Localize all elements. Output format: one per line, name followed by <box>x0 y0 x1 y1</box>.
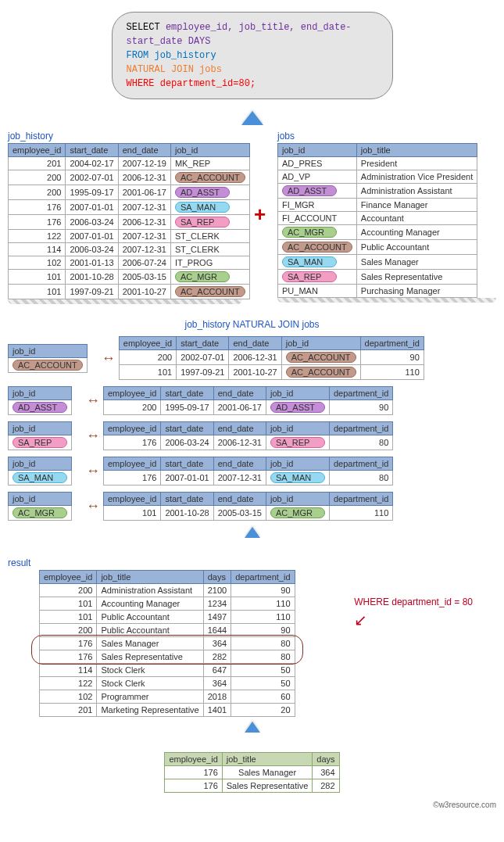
col-header: job_id <box>281 337 360 350</box>
table-cell: 114 <box>40 664 97 677</box>
table-cell: 2007-12-31 <box>213 471 266 485</box>
join-detail-table: employee_idstart_dateend_datejob_iddepar… <box>119 336 424 380</box>
table-cell: 50 <box>231 664 295 677</box>
table-cell: 90 <box>329 400 392 415</box>
table-row: 176Sales Representative28280 <box>40 650 295 664</box>
table-row: 1762007-01-012007-12-31SA_MAN80 <box>104 471 393 485</box>
table-cell: AD_ASST <box>9 400 72 415</box>
col-header: employee_id <box>165 753 222 766</box>
table-cell: 114 <box>9 243 66 256</box>
join-group-row: job_id SA_MAN↔employee_idstart_dateend_d… <box>8 457 496 485</box>
table-cell: SA_REP <box>170 215 249 230</box>
join-group-row: job_id AD_ASST↔employee_idstart_dateend_… <box>8 386 496 415</box>
table-cell: 2001-01-13 <box>66 256 118 270</box>
table-row: FI_ACCOUNTAccountant <box>278 212 477 225</box>
jobs-label: jobs <box>277 131 496 142</box>
table-cell: Purchasing Manager <box>356 285 477 298</box>
sql-from: FROM job_history <box>127 48 378 63</box>
join-group-row: job_id SA_REP↔employee_idstart_dateend_d… <box>8 421 496 450</box>
col-header: department_id <box>231 571 295 584</box>
join-detail-table: employee_idstart_dateend_datejob_iddepar… <box>103 492 393 521</box>
double-arrow-icon: ↔ <box>102 350 113 367</box>
table-row: SA_REP <box>9 435 72 450</box>
table-cell: Sales Manager <box>356 255 477 270</box>
table-cell: 101 <box>104 506 161 521</box>
col-header: start_date <box>161 457 213 471</box>
table-cell: 647 <box>203 664 231 677</box>
table-row: 2001995-09-172001-06-17AD_ASST <box>9 185 250 200</box>
double-arrow-icon: ↔ <box>86 498 97 514</box>
final-result-table: employee_idjob_titledays176Sales Manager… <box>164 752 339 793</box>
sql-where: WHERE department_id=80; <box>127 77 378 91</box>
table-cell: 2006-03-24 <box>66 243 118 256</box>
table-row: 101Public Accountant1497110 <box>40 611 295 624</box>
col-header: job_title <box>356 144 477 157</box>
table-cell: 176 <box>104 435 161 450</box>
table-cell: Public Accountant <box>97 611 203 624</box>
col-header: job_id <box>266 493 329 506</box>
table-cell: 50 <box>231 677 295 690</box>
table-cell: Sales Representative <box>222 779 313 793</box>
table-cell: Accounting Manager <box>97 597 203 611</box>
table-cell: 2001-10-27 <box>229 365 281 380</box>
col-header: days <box>203 571 231 584</box>
table-cell: Stock Clerk <box>97 664 203 677</box>
table-cell: 200 <box>119 350 176 365</box>
table-cell: 1234 <box>203 597 231 611</box>
table-cell: Public Accountant <box>356 240 477 255</box>
join-title: job_history NATURAL JOIN jobs <box>8 319 496 330</box>
table-cell: 200 <box>104 400 161 415</box>
job-history-label: job_history <box>8 131 242 142</box>
job-history-table: employee_idstart_dateend_datejob_id20120… <box>8 143 250 299</box>
table-cell: 176 <box>9 215 66 230</box>
table-cell: FI_ACCOUNT <box>278 212 357 225</box>
table-row: AD_ASSTAdministration Assistant <box>278 184 477 199</box>
col-header: job_id <box>9 493 72 506</box>
table-cell: AC_ACCOUNT <box>281 350 360 365</box>
sql-select-kw: SELECT <box>127 22 166 33</box>
col-header: job_title <box>97 571 203 584</box>
table-cell: SA_MAN <box>266 471 329 485</box>
table-cell: AD_PRES <box>278 157 357 170</box>
table-row: 1022001-01-132006-07-24IT_PROG <box>9 256 250 270</box>
table-cell: Administration Vice President <box>356 170 477 184</box>
table-row: 201Marketing Representative140120 <box>40 704 295 717</box>
table-cell: 101 <box>9 285 66 299</box>
table-cell: AC_ACCOUNT <box>278 240 357 255</box>
table-cell: 1995-09-17 <box>66 185 118 200</box>
table-cell: 110 <box>329 506 392 521</box>
table-cell: 2007-01-01 <box>66 230 118 243</box>
col-header: end_date <box>213 422 266 435</box>
table-cell: 2002-07-01 <box>177 350 229 365</box>
table-row: 1762006-03-242006-12-31SA_REP80 <box>104 435 393 450</box>
table-cell: SA_MAN <box>170 200 249 215</box>
table-cell: ST_CLERK <box>170 230 249 243</box>
table-cell: 2001-10-27 <box>118 285 170 299</box>
source-tables-row: job_history employee_idstart_dateend_dat… <box>8 129 496 299</box>
table-cell: 2001-10-28 <box>66 270 118 285</box>
join-group-row: job_id AC_MGR↔employee_idstart_dateend_d… <box>8 492 496 521</box>
table-cell: 200 <box>9 170 66 185</box>
table-cell: 2001-06-17 <box>213 400 266 415</box>
table-cell: SA_MAN <box>9 471 72 485</box>
col-header: start_date <box>177 337 229 350</box>
table-cell: 1997-09-21 <box>177 365 229 380</box>
table-cell: 122 <box>9 230 66 243</box>
table-cell: MK_REP <box>170 157 249 170</box>
table-cell: Sales Manager <box>222 766 313 779</box>
col-header: department_id <box>329 387 392 400</box>
join-key-table: job_id SA_REP <box>8 421 72 450</box>
table-cell: 2007-01-01 <box>66 200 118 215</box>
table-row: 122Stock Clerk36450 <box>40 677 295 690</box>
table-cell: 122 <box>40 677 97 690</box>
col-header: end_date <box>213 457 266 471</box>
col-header: job_id <box>9 387 72 400</box>
table-cell: 2006-03-24 <box>66 215 118 230</box>
table-cell: 201 <box>9 157 66 170</box>
table-cell: AD_ASST <box>266 400 329 415</box>
table-cell: SA_REP <box>278 270 357 285</box>
table-cell: 2004-02-17 <box>66 157 118 170</box>
col-header: start_date <box>161 493 213 506</box>
col-header: start_date <box>161 387 213 400</box>
table-cell: Administration Assistant <box>97 584 203 597</box>
